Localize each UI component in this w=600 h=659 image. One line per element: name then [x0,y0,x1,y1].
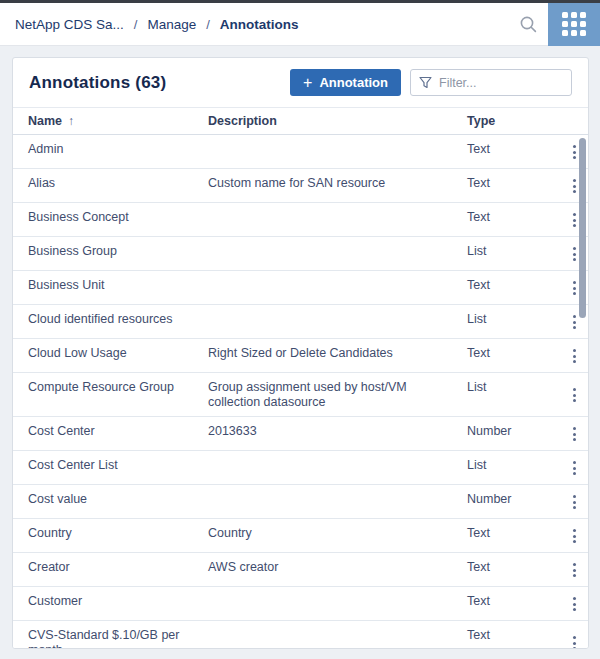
table-row[interactable]: Business UnitText [13,271,588,305]
row-actions-kebab-icon[interactable] [567,633,582,649]
row-actions-kebab-icon[interactable] [567,594,582,614]
cell-type: List [467,244,567,259]
cell-description: Country [208,526,467,541]
cell-description: Custom name for SAN resource [208,176,467,191]
cell-type: Number [467,492,567,507]
cell-type: Text [467,628,567,643]
cell-name: Country [28,526,208,541]
table-header: Name ↑ Description Type [13,108,588,135]
sort-asc-icon: ↑ [68,114,74,128]
cell-name: Business Group [28,244,208,259]
top-navigation-bar: NetApp CDS Sa... / Manage / Annotations [0,3,600,46]
cell-type: Number [467,424,567,439]
breadcrumb-separator: / [206,17,210,32]
table-row[interactable]: Business GroupList [13,237,588,271]
table-row[interactable]: Cloud identified resourcesList [13,305,588,339]
column-header-description[interactable]: Description [208,114,467,128]
cell-description: 2013633 [208,424,467,439]
cell-type: Text [467,526,567,541]
cell-name: Cloud Low Usage [28,346,208,361]
breadcrumb-tenant[interactable]: NetApp CDS Sa... [15,17,124,32]
add-annotation-label: Annotation [319,75,388,90]
cell-name: Admin [28,142,208,157]
apps-grid-button[interactable] [548,3,600,46]
grid-3x3-icon [562,12,586,36]
cell-type: Text [467,142,567,157]
table-row[interactable]: CustomerText [13,587,588,621]
column-header-description-label: Description [208,114,277,128]
table-row[interactable]: CountryCountryText [13,519,588,553]
row-actions-kebab-icon[interactable] [567,458,582,478]
filter-box [410,69,572,96]
cell-type: List [467,312,567,327]
cell-name: Cost Center List [28,458,208,473]
row-actions-kebab-icon[interactable] [567,385,582,405]
cell-name: Creator [28,560,208,575]
cell-name: Cost value [28,492,208,507]
cell-name: Business Concept [28,210,208,225]
cell-type: Text [467,346,567,361]
filter-input[interactable] [439,76,563,90]
column-header-type-label: Type [467,114,495,128]
column-header-name-label: Name [28,114,62,128]
funnel-icon [419,76,432,89]
table-row[interactable]: AdminText [13,135,588,169]
vertical-scrollbar-thumb[interactable] [579,138,586,318]
breadcrumb-manage[interactable]: Manage [147,17,196,32]
cell-description: Group assignment used by host/VM collect… [208,380,467,410]
cell-type: Text [467,176,567,191]
row-actions-kebab-icon[interactable] [567,424,582,444]
search-icon[interactable] [508,15,548,34]
cell-name: Business Unit [28,278,208,293]
cell-type: List [467,458,567,473]
table-row[interactable]: Business ConceptText [13,203,588,237]
row-actions-kebab-icon[interactable] [567,346,582,366]
cell-name: Cost Center [28,424,208,439]
cell-name: Compute Resource Group [28,380,208,395]
cell-name: Cloud identified resources [28,312,208,327]
cell-name: Alias [28,176,208,191]
cell-description: AWS creator [208,560,467,575]
cell-type: Text [467,560,567,575]
cell-type: Text [467,210,567,225]
table-row[interactable]: Cost valueNumber [13,485,588,519]
column-header-name[interactable]: Name ↑ [28,114,208,128]
add-annotation-button[interactable]: + Annotation [290,69,401,96]
table-row[interactable]: Cost Center2013633Number [13,417,588,451]
row-actions-kebab-icon[interactable] [567,560,582,580]
table-row[interactable]: CVS-Standard $.10/GB per monthText [13,621,588,649]
table-row[interactable]: CreatorAWS creatorText [13,553,588,587]
table-row[interactable]: Cloud Low UsageRight Sized or Delete Can… [13,339,588,373]
row-actions-kebab-icon[interactable] [567,526,582,546]
breadcrumb: NetApp CDS Sa... / Manage / Annotations [0,17,508,32]
cell-type: Text [467,278,567,293]
column-header-type[interactable]: Type [467,114,567,128]
table-row[interactable]: AliasCustom name for SAN resourceText [13,169,588,203]
panel-header: Annotations (63) + Annotation [13,58,588,108]
table-row[interactable]: Compute Resource GroupGroup assignment u… [13,373,588,417]
cell-description: Right Sized or Delete Candidates [208,346,467,361]
cell-type: Text [467,594,567,609]
row-actions-kebab-icon[interactable] [567,492,582,512]
table-body: AdminTextAliasCustom name for SAN resour… [13,135,588,649]
cell-name: Customer [28,594,208,609]
cell-type: List [467,380,567,395]
table-row[interactable]: Cost Center ListList [13,451,588,485]
breadcrumb-annotations: Annotations [220,17,299,32]
cell-name: CVS-Standard $.10/GB per month [28,628,208,649]
page-title: Annotations (63) [29,73,290,93]
breadcrumb-separator: / [134,17,138,32]
annotations-panel: Annotations (63) + Annotation Name ↑ Des… [12,57,589,649]
plus-icon: + [303,75,312,91]
